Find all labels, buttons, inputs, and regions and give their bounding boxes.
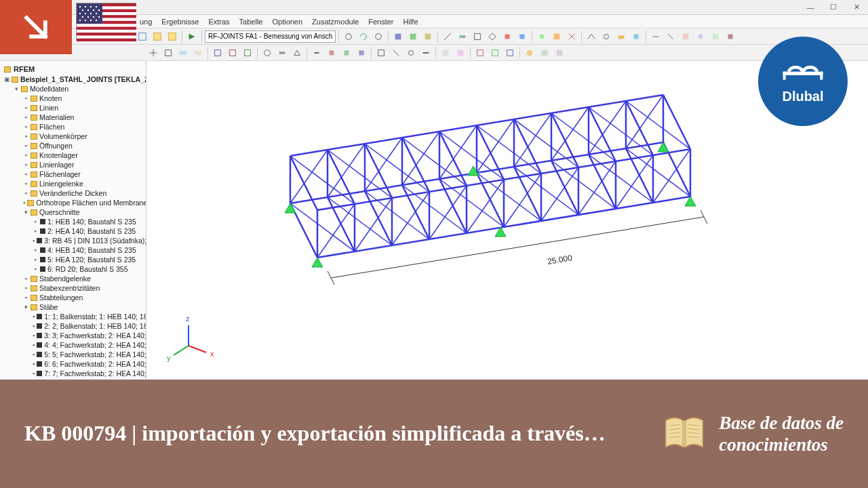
tree-item[interactable]: ▪5: 5; Fachwerkstab; 2: HEA 140; -270	[1, 350, 144, 359]
tree-item[interactable]: ▪Knotenlager	[1, 150, 144, 160]
tool-button[interactable]	[211, 46, 224, 60]
tool-button[interactable]	[456, 30, 469, 43]
tree-item[interactable]: ▾Querschnitte	[1, 207, 144, 217]
tool-button[interactable]	[503, 46, 517, 60]
tree-item[interactable]: ▪Materialien	[1, 113, 144, 122]
tool-button[interactable]	[310, 46, 323, 60]
menu-item[interactable]: Optionen	[268, 17, 307, 26]
tree-item[interactable]: ▪Veränderliche Dicken	[1, 188, 144, 198]
tree-item[interactable]: ▪Flächenlager	[1, 169, 144, 179]
tree-item[interactable]: ▪Knoten	[1, 94, 144, 103]
menu-item[interactable]: Ergebnisse	[157, 17, 203, 26]
tool-button[interactable]	[664, 30, 677, 43]
model-viewport[interactable]: z x y	[146, 61, 868, 380]
tool-button[interactable]	[523, 46, 536, 60]
tool-button[interactable]	[325, 46, 338, 60]
tool-button[interactable]	[404, 46, 418, 60]
project-node[interactable]: ▣Beispiel_1_STAHL_JOINTS [TEKLA_2020]	[1, 75, 144, 84]
tool-button[interactable]	[488, 46, 502, 60]
tool-button[interactable]	[389, 46, 403, 60]
tool-button[interactable]	[391, 30, 405, 43]
tool-button[interactable]	[473, 46, 487, 60]
tool-button[interactable]	[538, 46, 551, 60]
tree-item[interactable]: ▪Linien	[1, 103, 144, 113]
tree-item[interactable]: ▪5: HEA 120; Baustahl S 235	[1, 255, 144, 264]
tool-button[interactable]	[421, 30, 435, 43]
tool-button[interactable]	[146, 46, 160, 60]
tool-button[interactable]	[500, 30, 514, 43]
tool-button[interactable]	[471, 30, 484, 43]
tree-item[interactable]: ▪3: RB 45 | DIN 1013 (Südafrika); Bau	[1, 236, 144, 245]
tool-button[interactable]	[553, 46, 566, 60]
tool-button[interactable]	[191, 46, 205, 60]
tool-button[interactable]	[372, 30, 385, 43]
menu-item[interactable]: Fenster	[364, 17, 397, 26]
tree-item[interactable]: ▪6: RD 20; Baustahl S 355	[1, 264, 144, 274]
tool-button[interactable]	[709, 30, 722, 43]
tool-button[interactable]	[176, 46, 190, 60]
tool-button[interactable]	[454, 46, 467, 60]
tool-button[interactable]	[355, 46, 368, 60]
tool-button[interactable]	[151, 30, 164, 43]
minimize-button[interactable]: —	[802, 1, 819, 14]
tool-button[interactable]	[694, 30, 707, 43]
tool-button[interactable]	[342, 30, 355, 43]
tree-item[interactable]: ▪4: HEB 140; Baustahl S 235	[1, 245, 144, 255]
tool-button[interactable]	[441, 30, 454, 43]
tool-button[interactable]	[724, 30, 737, 43]
tree-item[interactable]: ▪3: 3; Fachwerkstab; 2: HEA 140; -270	[1, 331, 144, 340]
tool-button[interactable]	[486, 30, 499, 43]
tool-button[interactable]	[340, 46, 353, 60]
tree-item[interactable]: ▪1: HEB 140; Baustahl S 235	[1, 217, 144, 226]
tree-item[interactable]: ▪2: HEA 140; Baustahl S 235	[1, 226, 144, 236]
tree-item[interactable]: ▪Linienlager	[1, 160, 144, 169]
tool-button[interactable]	[136, 30, 149, 43]
tool-button[interactable]	[226, 46, 239, 60]
tool-button[interactable]	[165, 30, 179, 43]
tree-item[interactable]: ▪Öffnungen	[1, 141, 144, 150]
tool-button[interactable]	[550, 30, 564, 43]
menu-item[interactable]: Zusatzmodule	[308, 17, 363, 26]
tree-item[interactable]: ▪1: 1; Balkenstab; 1: HEB 140; 180.0 °.	[1, 312, 144, 321]
tool-button[interactable]	[565, 30, 578, 43]
tool-button[interactable]	[515, 30, 529, 43]
module-selector[interactable]: RF-JOINTS FA1 - Bemessung von Ansch	[205, 30, 336, 43]
tool-button[interactable]	[185, 30, 199, 43]
menu-item[interactable]: Extras	[204, 17, 233, 26]
tree-item[interactable]: ▪Orthotrope Flächen und Membranen	[1, 198, 144, 207]
tree-item[interactable]: ▪Stabendgelenke	[1, 274, 144, 283]
tool-button[interactable]	[649, 30, 663, 43]
tool-button[interactable]	[585, 30, 598, 43]
tree-item[interactable]: ▪6: 6; Fachwerkstab; 2: HEA 140; -270	[1, 359, 144, 369]
tool-button[interactable]	[629, 30, 643, 43]
tool-button[interactable]	[241, 46, 254, 60]
tool-button[interactable]	[406, 30, 420, 43]
tree-item[interactable]: ▪Stabexzentrizitäten	[1, 283, 144, 293]
maximize-button[interactable]: ☐	[825, 1, 842, 14]
tree-item[interactable]: ▪Stabteilungen	[1, 293, 144, 302]
tree-item[interactable]: ▪7: 7; Fachwerkstab; 2: HEA 140; -270	[1, 369, 144, 378]
menu-item[interactable]: ung	[136, 17, 156, 26]
tool-button[interactable]	[419, 46, 433, 60]
tree-item[interactable]: ▪Flächen	[1, 122, 144, 131]
tool-button[interactable]	[290, 46, 304, 60]
tool-button[interactable]	[374, 46, 388, 60]
tree-item[interactable]: ▪Volumenkörper	[1, 131, 144, 141]
tree-item[interactable]: ▾Modelldaten	[1, 84, 144, 94]
tool-button[interactable]	[275, 46, 289, 60]
tool-button[interactable]	[439, 46, 452, 60]
tree-item[interactable]: ▪4: 4; Fachwerkstab; 2: HEA 140; -270	[1, 340, 144, 350]
tree-item[interactable]: ▪2: 2; Balkenstab; 1: HEB 140; 180.0 °.	[1, 321, 144, 331]
menu-item[interactable]: Hilfe	[399, 17, 422, 26]
tool-button[interactable]	[614, 30, 628, 43]
tool-button[interactable]	[357, 30, 370, 43]
tool-button[interactable]	[535, 30, 549, 43]
menu-item[interactable]: Tabelle	[235, 17, 267, 26]
tool-button[interactable]	[161, 46, 175, 60]
tree-item[interactable]: ▪Liniengelenke	[1, 179, 144, 188]
tool-button[interactable]	[260, 46, 274, 60]
tree-item[interactable]: ▾Stäbe	[1, 302, 144, 312]
tool-button[interactable]	[679, 30, 692, 43]
tool-button[interactable]	[599, 30, 613, 43]
close-button[interactable]: ✕	[848, 1, 865, 14]
